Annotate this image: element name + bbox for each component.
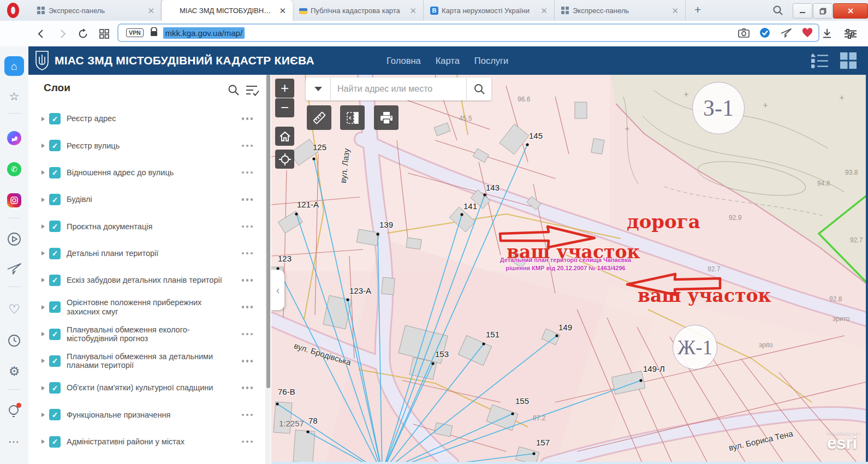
layer-row[interactable]: ✓ Функціональне призначення (28, 401, 266, 428)
layer-row[interactable]: ✓ Проєктна документація (28, 213, 266, 240)
layer-options-button[interactable] (242, 386, 253, 389)
layer-row[interactable]: ✓ Детальні плани території (28, 240, 266, 266)
messenger-icon[interactable] (0, 131, 28, 145)
back-button[interactable] (34, 21, 49, 46)
expand-caret-icon[interactable] (41, 117, 45, 121)
home-icon[interactable]: ⌂ (4, 56, 24, 76)
layer-checkbox[interactable]: ✓ (49, 355, 61, 367)
layer-row[interactable]: ✓ Будівлі (28, 186, 266, 213)
expand-caret-icon[interactable] (41, 413, 45, 417)
layer-options-button[interactable] (242, 333, 253, 336)
layer-row[interactable]: ✓ Планувальні обмеження за детальними пл… (28, 348, 266, 374)
layer-checkbox[interactable]: ✓ (49, 194, 61, 205)
expand-caret-icon[interactable] (41, 386, 45, 390)
panel-scrollbar-thumb[interactable] (266, 75, 270, 388)
collapse-panel-button[interactable]: ‹ (271, 270, 284, 310)
layer-options-button[interactable] (242, 279, 253, 282)
layer-options-button[interactable] (242, 117, 253, 120)
history-clock-icon[interactable] (0, 334, 28, 347)
layer-row[interactable]: ✓ Орієнтовне положення прибережних захис… (28, 294, 266, 320)
expand-caret-icon[interactable] (41, 224, 45, 229)
bookmark-heart-icon[interactable] (802, 28, 813, 38)
layer-row[interactable]: ✓ Відношення адрес до вулиць (28, 159, 266, 186)
new-tab-button[interactable]: + (694, 3, 701, 16)
player-icon[interactable] (0, 232, 28, 246)
layer-checkbox[interactable]: ✓ (49, 167, 61, 179)
close-icon[interactable]: ✕ (407, 5, 419, 16)
expand-caret-icon[interactable] (41, 359, 45, 363)
tab-miac-active[interactable]: МІАС ЗМД МІСТОБУДІВНИЙ ✕ (162, 0, 293, 21)
expand-caret-icon[interactable] (41, 305, 45, 310)
layer-checkbox[interactable]: ✓ (49, 301, 61, 313)
layer-row[interactable]: ✓ Адміністративні райони у містах (28, 429, 266, 455)
map-viewport[interactable]: 125121-A139141143145123123-A151153149149… (271, 75, 868, 464)
layer-checkbox[interactable]: ✓ (49, 275, 61, 286)
layer-checkbox[interactable]: ✓ (49, 140, 61, 151)
url-field[interactable]: VPN mkk.kga.gov.ua/map/ (117, 23, 819, 42)
layer-options-button[interactable] (242, 171, 253, 174)
layer-checkbox[interactable]: ✓ (49, 436, 61, 448)
instagram-icon[interactable] (0, 193, 28, 207)
close-icon[interactable]: ✕ (538, 5, 550, 16)
layer-options-button[interactable] (242, 145, 253, 147)
nav-services-link[interactable]: Послуги (474, 56, 508, 66)
whatsapp-icon[interactable]: ✆ (0, 162, 28, 176)
home-extent-button[interactable] (275, 127, 294, 146)
close-icon[interactable]: ✕ (277, 5, 288, 16)
nav-home-link[interactable]: Головна (387, 56, 421, 66)
maximize-button[interactable] (813, 3, 833, 19)
tab-speed-dial-1[interactable]: Экспресс-панель ✕ (31, 0, 162, 21)
layer-options-button[interactable] (242, 414, 253, 417)
expand-caret-icon[interactable] (41, 144, 45, 148)
layer-row[interactable]: ✓ Реєстр вулиць (28, 132, 266, 159)
layer-checkbox[interactable]: ✓ (49, 409, 61, 420)
measure-tool-button[interactable] (307, 105, 331, 130)
expand-caret-icon[interactable] (41, 251, 45, 255)
speed-dial-button[interactable] (96, 21, 112, 46)
layer-options-button[interactable] (242, 198, 253, 201)
layer-options-button[interactable] (242, 252, 253, 255)
layer-row[interactable]: ✓ Ескіз забудови детальних планів терито… (28, 267, 266, 294)
print-button[interactable] (374, 105, 399, 130)
close-icon[interactable]: ✕ (669, 5, 681, 16)
zoom-out-button[interactable]: − (275, 98, 294, 117)
send-to-flow-icon[interactable] (780, 28, 792, 38)
expand-caret-icon[interactable] (41, 278, 45, 282)
layer-checkbox[interactable]: ✓ (49, 113, 61, 124)
ellipsis-icon[interactable]: ⋯ (0, 435, 28, 448)
tab-cadastral-map[interactable]: Публічна кадастрова карта ✕ (293, 0, 424, 21)
layer-options-button[interactable] (242, 360, 253, 362)
settings-tune-icon[interactable] (842, 21, 859, 46)
apps-grid-icon[interactable] (840, 52, 857, 72)
vpn-badge[interactable]: VPN (126, 28, 144, 37)
protection-shield-icon[interactable] (759, 27, 770, 38)
layer-row[interactable]: ✓ Реєстр адрес (28, 105, 266, 132)
layer-checkbox[interactable]: ✓ (49, 329, 61, 340)
map-search-button[interactable] (466, 78, 491, 100)
url-text-selected[interactable]: mkk.kga.gov.ua/map/ (163, 27, 245, 39)
close-icon[interactable]: ✕ (145, 5, 157, 16)
locate-button[interactable] (275, 150, 294, 169)
zoom-in-button[interactable]: + (275, 79, 294, 98)
legend-list-icon[interactable] (811, 53, 829, 70)
tab-speed-dial-2[interactable]: Экспресс-панель ✕ (555, 0, 686, 21)
gear-icon[interactable]: ⚙ (0, 364, 28, 379)
minimize-button[interactable] (793, 3, 812, 19)
close-window-button[interactable]: ✕ (833, 3, 868, 19)
expand-caret-icon[interactable] (41, 439, 45, 444)
layer-row[interactable]: ✓ Планувальні обмеження еколого-містобуд… (28, 320, 266, 347)
layer-row[interactable]: ✓ Об'єкти (пам'ятки) культурної спадщини (28, 374, 266, 401)
expand-caret-icon[interactable] (41, 198, 45, 202)
flow-send-icon[interactable] (0, 263, 28, 276)
tab-realty-map[interactable]: B Карта нерухомості України ✕ (424, 0, 555, 21)
search-icon[interactable] (772, 4, 784, 19)
layer-checkbox[interactable]: ✓ (49, 248, 61, 259)
layer-filter-icon[interactable] (246, 84, 260, 99)
nav-map-link[interactable]: Карта (436, 56, 460, 66)
reload-button[interactable] (75, 21, 91, 46)
forward-button[interactable] (55, 21, 70, 46)
layer-options-button[interactable] (242, 306, 253, 308)
layer-search-icon[interactable] (227, 84, 240, 99)
snapshot-camera-icon[interactable] (738, 28, 750, 38)
layer-checkbox[interactable]: ✓ (49, 382, 61, 394)
